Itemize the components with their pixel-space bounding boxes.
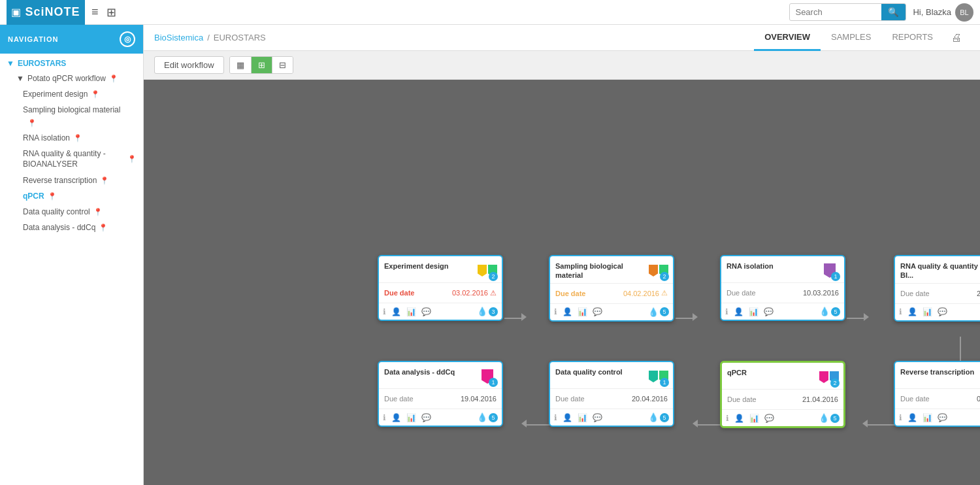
breadcrumb-project[interactable]: BioSistemica (154, 33, 203, 42)
card-reverse-transcription[interactable]: Reverse transcription 1 Due date 07.05.2… (894, 361, 980, 427)
sidebar-item-experiment-design[interactable]: Experiment design 📍 (0, 86, 143, 102)
search-button[interactable]: 🔍 (881, 4, 906, 20)
user-icon[interactable]: 👤 (563, 307, 572, 316)
menu-icon[interactable]: ≡ (91, 5, 99, 19)
card-sampling[interactable]: Sampling biological material 2 Due date … (549, 255, 674, 322)
edit-workflow-button[interactable]: Edit workflow (154, 56, 224, 74)
dashboard-icon[interactable]: ⊞ (106, 5, 116, 20)
tabs: OVERVIEW SAMPLES REPORTS 🖨 (754, 25, 970, 51)
info-icon[interactable]: ℹ (899, 307, 902, 316)
info-icon[interactable]: ℹ (899, 413, 902, 422)
info-icon[interactable]: ℹ (554, 307, 557, 316)
item-label: Data analysis - ddCq (23, 223, 95, 232)
card-rna-isolation[interactable]: RNA isolation 1 Due date 10.03.2016 ℹ 👤 … (720, 255, 845, 321)
tag-badge: 2 (660, 272, 669, 281)
card-tag: 1 (821, 261, 839, 280)
card-title: Reverse transcription (900, 367, 980, 376)
comment-icon[interactable]: 💬 (938, 307, 947, 316)
tag-badge: 2 (830, 378, 840, 388)
sidebar-nav-button[interactable]: ◎ (120, 31, 135, 47)
card-title: RNA quality & quantity - BI... (900, 261, 980, 280)
user-icon[interactable]: 👤 (734, 307, 743, 316)
tab-reports[interactable]: REPORTS (881, 25, 943, 51)
card-header: Reverse transcription 1 (895, 362, 980, 389)
card-data-analysis[interactable]: Data analysis - ddCq 1 Due date 19.04.20… (378, 361, 503, 427)
due-label: Due date (727, 289, 756, 297)
comment-icon[interactable]: 💬 (593, 413, 602, 422)
pin-icon: 📍 (100, 176, 109, 185)
card-title: Experiment design (384, 261, 478, 271)
sidebar-item-rna-isolation[interactable]: RNA isolation 📍 (0, 130, 143, 146)
pin-icon: 📍 (93, 208, 103, 216)
item-label: Sampling biological material (23, 105, 120, 114)
card-header: RNA isolation 1 (721, 256, 844, 283)
card-rna-quality[interactable]: RNA quality & quantity - BI... 3 Due dat… (894, 255, 980, 322)
user-icon[interactable]: 👤 (734, 414, 744, 423)
pin-icon: 📍 (109, 75, 118, 83)
user-icon[interactable]: 👤 (563, 413, 572, 422)
comment-icon[interactable]: 💬 (421, 413, 431, 422)
drop-icon: 💧 (477, 412, 487, 422)
user-icon[interactable]: 👤 (907, 307, 917, 316)
tab-samples[interactable]: SAMPLES (821, 25, 881, 51)
item-label: Reverse transcription (23, 176, 97, 185)
card-qpcr[interactable]: qPCR 2 Due date 21.04.2016 ℹ 👤 (720, 361, 845, 428)
chart-icon[interactable]: 📊 (578, 413, 587, 422)
chart-icon[interactable]: 📊 (406, 413, 416, 422)
comment-icon[interactable]: 💬 (593, 307, 602, 316)
breadcrumb-separator: / (207, 33, 210, 42)
due-label: Due date (555, 290, 585, 297)
user-icon[interactable]: 👤 (391, 413, 401, 422)
sidebar-project[interactable]: ▼ EUROSTARS (0, 54, 143, 71)
card-footer: ℹ 👤 📊 💬 💧 5 (550, 409, 673, 426)
item-label: Data quality control (23, 207, 90, 216)
logo[interactable]: ▣ SciNOTE (7, 0, 85, 25)
print-icon[interactable]: 🖨 (943, 32, 970, 44)
info-icon[interactable]: ℹ (383, 307, 386, 316)
card-footer: ℹ 👤 📊 💬 💧 5 (379, 409, 502, 426)
card-data-quality[interactable]: Data quality control 1 Due date 20.04.20… (549, 361, 674, 427)
view-btn-sm[interactable]: ▦ (230, 57, 252, 73)
sidebar-item-potato-qpcr[interactable]: ▼ Potato qPCR workflow 📍 (0, 71, 143, 86)
comment-icon[interactable]: 💬 (764, 307, 774, 316)
view-buttons: ▦ ⊞ ⊟ (229, 56, 293, 74)
sidebar-item-data-analysis[interactable]: Data analysis - ddCq 📍 (0, 220, 143, 235)
comment-icon[interactable]: 💬 (764, 414, 774, 423)
content: BioSistemica / EUROSTARS OVERVIEW SAMPLE… (144, 25, 980, 485)
info-icon[interactable]: ℹ (554, 413, 557, 422)
chart-icon[interactable]: 📊 (923, 413, 932, 422)
info-icon[interactable]: ℹ (726, 414, 729, 423)
sidebar-item-sampling[interactable]: Sampling biological material (0, 102, 143, 118)
drop-badge: 5 (660, 413, 669, 422)
chart-icon[interactable]: 📊 (749, 307, 759, 316)
tag-badge: 2 (489, 272, 498, 281)
due-label: Due date (384, 289, 414, 297)
due-date: 19.04.2016 (461, 395, 497, 403)
sidebar-item-reverse-transcription[interactable]: Reverse transcription 📍 (0, 173, 143, 188)
card-header: Experiment design 2 (379, 256, 502, 283)
avatar[interactable]: BL (955, 3, 973, 22)
pin-icon: 📍 (99, 224, 108, 232)
view-btn-md[interactable]: ⊞ (252, 57, 272, 73)
sidebar-item-rna-quality[interactable]: RNA quality & quantity - BIOANALYSER 📍 (0, 146, 143, 173)
tab-overview[interactable]: OVERVIEW (754, 25, 821, 51)
comment-icon[interactable]: 💬 (938, 413, 947, 422)
card-experiment-design[interactable]: Experiment design 2 Due date 03.02.2016 … (378, 255, 503, 321)
drop-count: 💧 5 (648, 307, 669, 317)
chart-icon[interactable]: 📊 (749, 414, 759, 423)
card-title: RNA isolation (727, 261, 821, 271)
chart-icon[interactable]: 📊 (923, 307, 932, 316)
info-icon[interactable]: ℹ (383, 413, 386, 422)
card-footer: ℹ 👤 📊 💬 💧 5 (722, 409, 843, 426)
chart-icon[interactable]: 📊 (406, 307, 416, 316)
info-icon[interactable]: ℹ (725, 307, 728, 316)
comment-icon[interactable]: 💬 (421, 307, 431, 316)
search-input[interactable] (790, 5, 881, 20)
user-icon[interactable]: 👤 (907, 413, 917, 422)
card-header: RNA quality & quantity - BI... 3 (895, 256, 980, 284)
user-icon[interactable]: 👤 (391, 307, 401, 316)
sidebar-item-qpcr[interactable]: qPCR 📍 (0, 188, 143, 204)
sidebar-item-data-quality[interactable]: Data quality control 📍 (0, 204, 143, 220)
chart-icon[interactable]: 📊 (578, 307, 587, 316)
view-btn-lg[interactable]: ⊟ (272, 57, 293, 73)
